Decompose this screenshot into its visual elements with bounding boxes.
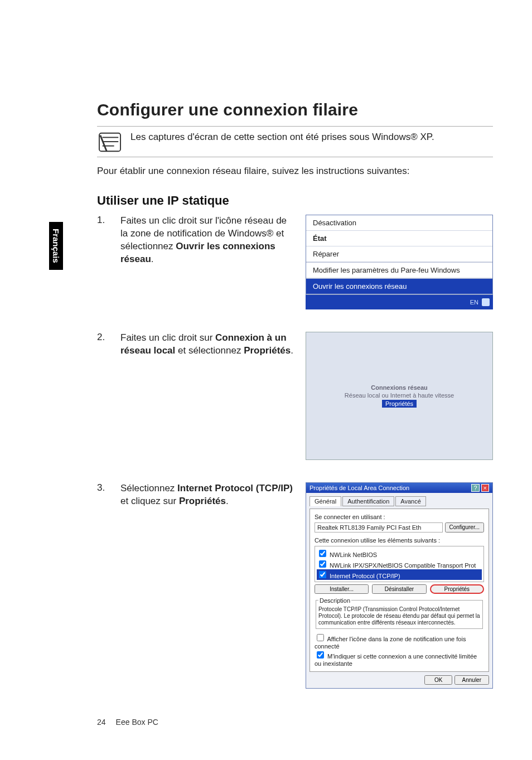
step-text: Faites un clic droit sur l'icône réseau … [120, 215, 296, 266]
item-label: NWLink IPX/SPX/NetBIOS Compatible Transp… [330, 562, 476, 569]
item-label: NWLink NetBIOS [330, 551, 377, 558]
language-side-tab: Français [49, 222, 63, 270]
menu-item-open-connections[interactable]: Ouvrir les connexions réseau [306, 278, 492, 294]
step-text: Sélectionnez Internet Protocol (TCP/IP) … [120, 482, 296, 508]
screenshot-3: Propriétés de Local Area Connection ? × … [306, 482, 493, 689]
product-name: Eee Box PC [116, 718, 158, 727]
tab-strip: Général Authentification Avancé [309, 496, 489, 506]
menu-item-repair[interactable]: Réparer [306, 246, 492, 262]
step-bold2: Propriétés [179, 496, 226, 506]
tray-check-label: Afficher l'icône dans la zone de notific… [315, 636, 466, 650]
checkbox-tray-row[interactable]: Afficher l'icône dans la zone de notific… [315, 632, 484, 650]
dialog-titlebar: Propriétés de Local Area Connection ? × [306, 483, 492, 493]
item-row-selected[interactable]: Internet Protocol (TCP/IP) [317, 569, 482, 580]
note-block: Les captures d'écran de cette section on… [97, 126, 493, 157]
items-list: NWLink NetBIOS NWLink IPX/SPX/NetBIOS Co… [315, 546, 484, 582]
step-1: 1. Faites un clic droit sur l'icône rése… [97, 215, 493, 309]
step-bold: Internet Protocol (TCP/IP) [177, 483, 293, 493]
connect-using-label: Se connecter en utilisant : [315, 514, 484, 520]
install-button[interactable]: Installer... [315, 584, 369, 594]
section-heading: Utiliser une IP statique [97, 193, 493, 208]
limited-check[interactable] [317, 651, 324, 659]
lan-properties-dialog: Propriétés de Local Area Connection ? × … [306, 482, 493, 689]
shot2-ctx-last: Propriétés [382, 400, 417, 408]
intro-text: Pour établir une connexion réseau filair… [97, 165, 493, 178]
item-row[interactable]: NWLink NetBIOS [317, 548, 482, 559]
step-post: . [226, 496, 229, 506]
item-label: Internet Protocol (TCP/IP) [330, 573, 400, 579]
item-check[interactable] [319, 550, 326, 557]
steps: 1. Faites un clic droit sur l'icône rése… [97, 215, 493, 689]
step-post: . [151, 254, 154, 264]
main-content: Configurer une connexion filaire Les cap… [97, 100, 493, 689]
dialog-body: Général Authentification Avancé Se conne… [306, 493, 492, 688]
context-menu: Désactivation État Réparer Modifier les … [306, 215, 493, 295]
note-text: Les captures d'écran de cette section on… [130, 131, 434, 144]
step-3: 3. Sélectionnez Internet Protocol (TCP/I… [97, 482, 493, 689]
screenshot-1: Désactivation État Réparer Modifier les … [306, 215, 493, 309]
step-number: 3. [97, 482, 110, 493]
note-icon [97, 131, 123, 153]
item-check[interactable] [319, 571, 326, 578]
step-pre: Sélectionnez [120, 483, 177, 493]
tab-general[interactable]: Général [309, 496, 341, 506]
tab-advanced[interactable]: Avancé [395, 496, 426, 506]
menu-item-status[interactable]: État [306, 231, 492, 246]
description-group: Description Protocole TCP/IP (Transmissi… [316, 597, 483, 629]
items-label: Cette connexion utilise les éléments sui… [315, 537, 484, 544]
network-tray-icon[interactable] [482, 298, 490, 306]
cancel-button[interactable]: Annuler [454, 675, 489, 685]
dialog-buttons-row: OK Annuler [309, 672, 489, 685]
menu-item-firewall[interactable]: Modifier les paramètres du Pare-feu Wind… [306, 262, 492, 278]
tab-panel: Se connecter en utilisant : Realtek RTL8… [309, 509, 489, 672]
description-body: Protocole TCP/IP (Transmission Control P… [318, 606, 480, 626]
tray-lang-indicator[interactable]: EN [470, 299, 478, 306]
page-title: Configurer une connexion filaire [97, 100, 493, 119]
description-header: Description [318, 597, 351, 604]
dialog-buttons: ? × [471, 485, 489, 491]
uninstall-button[interactable]: Désinstaller [372, 584, 426, 594]
menu-item-deactivate[interactable]: Désactivation [306, 215, 492, 231]
taskbar-tray: EN [306, 295, 493, 309]
step-number: 2. [97, 332, 110, 343]
item-check[interactable] [319, 560, 326, 568]
step-post: . [291, 345, 293, 356]
item-row[interactable]: NWLink IPX/SPX/NetBIOS Compatible Transp… [317, 559, 482, 569]
dialog-title: Propriétés de Local Area Connection [309, 485, 409, 491]
step-number: 1. [97, 215, 110, 226]
properties-button[interactable]: Propriétés [430, 584, 484, 594]
step-post-pre: et cliquez sur [120, 496, 179, 506]
ok-button[interactable]: OK [424, 675, 452, 685]
step-text: Faites un clic droit sur Connexion à un … [120, 332, 296, 357]
adapter-field: Realtek RTL8139 Family PCI Fast Eth [315, 522, 443, 533]
shot2-group2: Réseau local ou Internet à haute vitesse [345, 392, 454, 399]
step-pre: Faites un clic droit sur [120, 332, 215, 343]
page: Français Configurer une connexion filair… [0, 0, 532, 760]
tray-check[interactable] [317, 634, 324, 641]
close-icon[interactable]: × [481, 484, 489, 492]
tab-auth[interactable]: Authentification [342, 496, 394, 506]
help-icon[interactable]: ? [471, 484, 479, 492]
checkbox-limited-row[interactable]: M'indiquer si cette connexion a une conn… [315, 650, 484, 667]
step-2: 2. Faites un clic droit sur Connexion à … [97, 332, 493, 460]
shot2-title: Connexions réseau [371, 384, 427, 391]
step-post-pre: et sélectionnez [175, 345, 244, 356]
screenshot-2: Connexions réseau Réseau local ou Intern… [306, 332, 493, 460]
page-number: 24 [97, 718, 106, 727]
network-connections-window: Connexions réseau Réseau local ou Intern… [306, 332, 493, 460]
limited-check-label: M'indiquer si cette connexion a une conn… [315, 653, 477, 667]
step-bold2: Propriétés [244, 345, 291, 356]
page-footer: 24 Eee Box PC [97, 718, 158, 727]
configure-button[interactable]: Configurer... [445, 522, 484, 533]
